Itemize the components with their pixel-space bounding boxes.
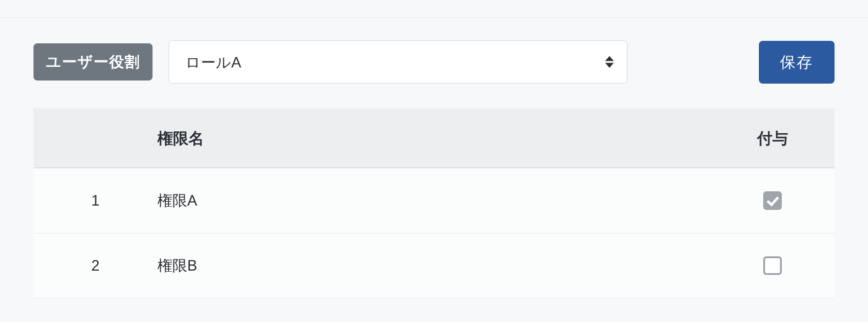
permission-name: 権限B <box>157 233 711 298</box>
grant-cell <box>711 168 835 233</box>
row-index: 1 <box>33 168 157 233</box>
table-row: 2 権限B <box>33 233 835 298</box>
table-row: 1 権限A <box>33 168 835 233</box>
main-container: ユーザー役割 ロールA 保存 権限名 付与 1 権限A <box>0 18 868 298</box>
row-index: 2 <box>33 233 157 298</box>
grant-checkbox[interactable] <box>763 256 782 275</box>
col-header-index <box>33 108 157 168</box>
role-select-wrap: ロールA <box>169 40 627 84</box>
grant-cell <box>711 233 835 298</box>
save-button[interactable]: 保存 <box>759 41 835 84</box>
user-role-label: ユーザー役割 <box>33 43 153 80</box>
permissions-table: 権限名 付与 1 権限A 2 権限B <box>33 108 835 298</box>
permission-name: 権限A <box>157 168 711 233</box>
table-header-row: 権限名 付与 <box>33 108 835 168</box>
col-header-name: 権限名 <box>157 108 711 168</box>
toolbar: ユーザー役割 ロールA 保存 <box>33 40 835 84</box>
role-select[interactable]: ロールA <box>169 40 627 84</box>
grant-checkbox[interactable] <box>763 191 782 210</box>
col-header-grant: 付与 <box>711 108 835 168</box>
